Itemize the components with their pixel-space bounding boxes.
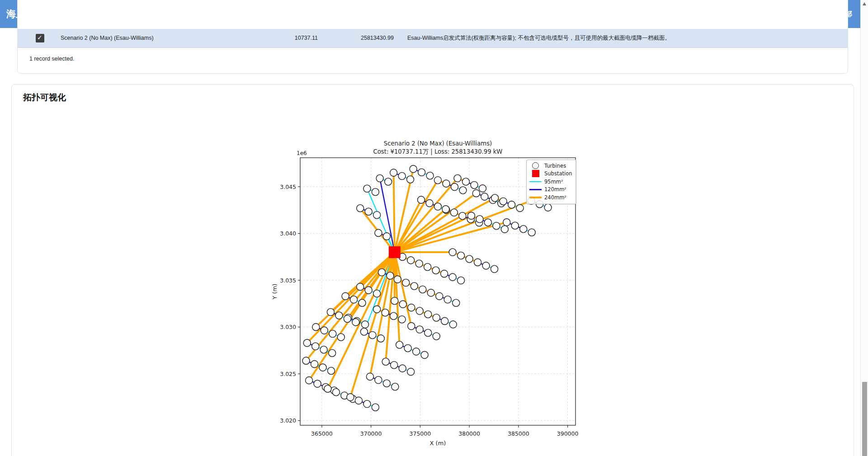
turbine-marker <box>458 252 465 259</box>
substation-marker <box>389 246 401 258</box>
turbine-marker <box>418 196 425 203</box>
turbine-marker <box>312 343 319 350</box>
row-checkbox-checked[interactable] <box>36 34 44 42</box>
turbine-marker <box>365 208 372 215</box>
legend-label: 95mm² <box>544 179 563 185</box>
scrollbar-up-arrow-icon[interactable] <box>863 2 866 5</box>
turbine-marker <box>357 283 364 291</box>
turbine-marker <box>394 276 401 283</box>
feeder-cable <box>380 179 395 253</box>
turbine-marker <box>479 185 486 192</box>
turbine-marker <box>365 287 372 294</box>
legend-item: 95mm² <box>529 178 572 186</box>
turbine-marker <box>462 178 469 185</box>
turbine-marker <box>387 272 394 279</box>
legend-label: 120mm² <box>544 186 566 193</box>
x-tick-label: 385000 <box>508 430 529 437</box>
turbine-marker <box>493 222 500 230</box>
cable-legend-icon <box>529 189 542 190</box>
turbine-marker <box>302 357 310 364</box>
turbine-marker <box>392 383 399 390</box>
turbine-marker <box>407 176 414 183</box>
legend-item: 120mm² <box>529 186 572 194</box>
vertical-scrollbar[interactable] <box>860 0 868 456</box>
feeder-cable <box>395 193 476 252</box>
turbine-marker <box>373 306 381 313</box>
y-tick-label: 3.040 <box>280 230 296 237</box>
description-cell: Esau-Williams启发式算法(权衡距离与容量); 不包含可选电缆型号，且… <box>407 29 670 47</box>
turbine-marker <box>459 187 467 194</box>
turbine-marker <box>436 292 443 300</box>
feeder-cable <box>394 173 395 252</box>
turbine-marker <box>449 249 456 256</box>
turbine-marker <box>408 323 415 330</box>
turbine-marker <box>320 346 327 353</box>
turbine-marker <box>347 394 354 401</box>
y-tick-label: 3.035 <box>280 277 296 284</box>
turbine-marker <box>501 226 508 233</box>
turbine-marker <box>335 312 343 319</box>
topology-card: 拓扑可视化 Scenario 2 (No Max) (Esau-Williams… <box>11 84 854 456</box>
turbine-marker <box>407 257 415 264</box>
record-selected-text: 1 record selected. <box>29 56 74 62</box>
turbine-marker <box>410 165 417 173</box>
x-tick-label: 370000 <box>360 430 382 437</box>
turbine-marker <box>377 335 384 342</box>
turbine-marker <box>421 351 428 358</box>
turbine-marker <box>375 376 382 384</box>
turbine-marker <box>398 316 406 323</box>
turbine-marker <box>426 172 434 179</box>
turbine-marker <box>314 380 321 387</box>
substation-legend-icon <box>529 170 542 177</box>
turbine-marker <box>434 203 442 210</box>
turbine-marker <box>407 368 415 376</box>
turbine-marker <box>391 362 398 369</box>
turbine-marker <box>311 361 318 368</box>
turbine-marker <box>441 317 448 324</box>
turbine-marker <box>303 339 311 347</box>
turbine-marker <box>491 194 499 202</box>
turbine-marker <box>416 326 423 333</box>
turbine-marker <box>312 324 320 331</box>
turbine-marker <box>516 204 524 212</box>
turbine-marker <box>476 216 483 223</box>
turbine-marker <box>416 307 423 315</box>
cable-legend-icon <box>529 197 542 198</box>
turbine-marker <box>415 260 423 267</box>
topology-chart-figure: Scenario 2 (No Max) (Esau-Williams) Cost… <box>270 140 587 456</box>
scrollbar-thumb[interactable] <box>862 382 867 456</box>
turbine-marker <box>441 270 448 277</box>
turbine-marker <box>444 296 451 303</box>
turbine-marker <box>329 330 336 338</box>
turbine-marker <box>396 341 403 348</box>
turbine-marker <box>390 312 397 320</box>
turbine-marker <box>408 304 415 311</box>
turbine-marker <box>342 292 349 300</box>
turbine-marker <box>366 373 373 380</box>
turbine-marker <box>413 348 420 355</box>
turbine-marker <box>390 169 397 176</box>
section-title: 拓扑可视化 <box>23 92 66 103</box>
turbine-marker <box>306 377 313 384</box>
scenario-table-row[interactable]: Scenario 2 (No Max) (Esau-Williams) 1073… <box>18 29 848 48</box>
turbine-marker <box>363 400 371 408</box>
turbine-legend-icon <box>529 162 542 169</box>
legend-label: 240mm² <box>544 194 566 201</box>
turbine-marker <box>324 385 331 392</box>
scenario-table-card: Scenario 2 (No Max) (Esau-Williams) 1073… <box>17 0 848 74</box>
turbine-marker <box>472 190 480 197</box>
turbine-marker <box>511 222 519 229</box>
x-axis-label: X (m) <box>430 440 446 447</box>
turbine-marker <box>503 219 510 226</box>
turbine-marker <box>418 169 425 176</box>
turbine-marker <box>402 279 410 287</box>
turbine-marker <box>466 255 473 263</box>
turbine-marker <box>383 233 390 240</box>
turbine-marker <box>359 299 366 306</box>
legend-label: Substation <box>544 170 572 177</box>
turbine-marker <box>337 334 344 341</box>
turbine-marker <box>372 188 379 196</box>
turbine-marker <box>398 173 406 180</box>
legend-item: Substation <box>529 170 572 178</box>
x-tick-label: 380000 <box>458 430 480 437</box>
